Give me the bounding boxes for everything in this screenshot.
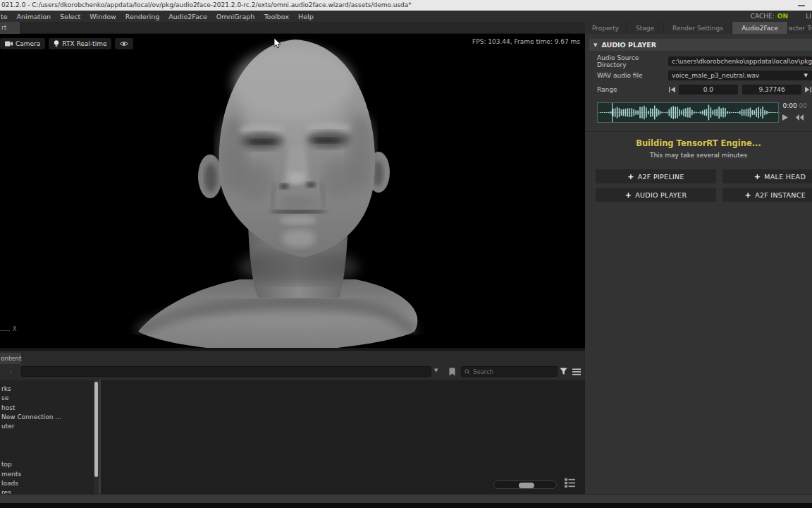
menu-item-animation[interactable]: Animation xyxy=(17,13,51,20)
tree-item-bookmarks[interactable]: rks xyxy=(0,385,94,394)
cache-label: CACHE: xyxy=(751,13,775,20)
files-pane[interactable] xyxy=(101,380,585,494)
lightbulb-icon xyxy=(54,40,59,47)
thumbnail-size-slider[interactable] xyxy=(493,480,557,489)
menu-item-rendering[interactable]: Rendering xyxy=(125,13,160,20)
tab-stage[interactable]: Stage xyxy=(627,22,663,34)
button-label: A2F INSTANCE xyxy=(755,191,806,199)
button-label: MALE HEAD xyxy=(764,173,806,181)
add-audio-player-button[interactable]: + AUDIO PLAYER xyxy=(596,188,716,202)
viewport-tab-strip: rt xyxy=(0,22,585,34)
range-start-field[interactable]: 0.0 xyxy=(679,85,738,95)
mouse-cursor xyxy=(273,38,282,49)
camera-button[interactable]: Camera xyxy=(0,38,45,49)
tab-content[interactable]: ontent xyxy=(0,353,21,364)
tab-viewport[interactable]: rt xyxy=(0,22,20,34)
tree-item-pictures[interactable]: res xyxy=(0,488,94,494)
button-label: AUDIO PLAYER xyxy=(635,191,687,199)
menu-item-omnigraph[interactable]: OmniGraph xyxy=(216,13,255,20)
address-dropdown-icon[interactable]: ▼ xyxy=(434,368,438,373)
tree-item-documents[interactable]: ments xyxy=(0,470,94,479)
menu-item-toolbox[interactable]: Toolbox xyxy=(264,13,289,20)
skip-start-icon xyxy=(669,87,675,92)
add-male-head-button[interactable]: + MALE HEAD xyxy=(722,169,812,183)
playhead-cursor[interactable] xyxy=(612,103,613,122)
axis-x-label: X xyxy=(13,326,16,332)
viewport-3d[interactable]: Camera RTX Real-time FPS: 103.44, Frame … xyxy=(0,34,585,348)
plus-icon: + xyxy=(754,172,761,181)
view-mode-button[interactable] xyxy=(565,477,575,490)
tab-audio2face[interactable]: Audio2Face xyxy=(732,22,787,34)
renderer-button[interactable]: RTX Real-time xyxy=(49,38,111,49)
source-directory-field[interactable]: c:\users\dkorobchenko\appdata\local\ov\p… xyxy=(668,56,812,66)
tab-character-transfer[interactable]: Character Transf xyxy=(788,22,812,34)
tree-scrollbar-thumb[interactable] xyxy=(94,382,98,477)
visibility-button[interactable] xyxy=(115,38,133,49)
menu-item-help[interactable]: Help xyxy=(298,13,314,20)
tab-render-settings[interactable]: Render Settings xyxy=(664,22,732,34)
tab-property[interactable]: Property xyxy=(585,22,626,34)
menu-item-create[interactable]: te xyxy=(1,13,8,20)
funnel-icon xyxy=(560,368,567,375)
source-directory-label: Audio Source Directory xyxy=(597,54,668,68)
add-a2f-pipeline-button[interactable]: + A2F PIPELINE xyxy=(596,169,716,183)
back-chevron-icon[interactable]: ‹ xyxy=(9,368,12,376)
status-title: Building TensorRT Engine... xyxy=(585,138,812,148)
options-button[interactable] xyxy=(571,366,582,377)
waveform-display[interactable] xyxy=(597,102,779,123)
wav-file-select[interactable]: voice_male_p3_neutral.wav ▼ xyxy=(668,71,812,80)
minimize-icon[interactable] xyxy=(798,5,805,6)
tree-item-downloads[interactable]: loads xyxy=(0,479,94,488)
content-tree: rks se host New Connection ... uter top … xyxy=(0,380,94,494)
search-box[interactable] xyxy=(461,366,558,377)
tree-item-new-connection[interactable]: New Connection ... xyxy=(0,413,94,422)
tree-scrollbar[interactable] xyxy=(94,380,99,494)
address-bar[interactable] xyxy=(21,366,431,377)
content-split: rks se host New Connection ... uter top … xyxy=(0,380,585,494)
right-panel: Property Stage Render Settings Audio2Fac… xyxy=(585,22,812,494)
bookmark-button[interactable] xyxy=(447,366,457,377)
skip-to-start-button[interactable] xyxy=(668,85,677,95)
content-toolbar: ‹ ▼ xyxy=(0,365,585,380)
filter-button[interactable] xyxy=(558,366,568,377)
menu-item-window[interactable]: Window xyxy=(90,13,116,20)
section-divider xyxy=(585,131,812,132)
plus-icon: + xyxy=(627,172,634,181)
range-label: Range xyxy=(597,86,668,93)
tree-item-omniverse[interactable]: se xyxy=(0,394,94,403)
search-input[interactable] xyxy=(473,368,554,375)
wizard-buttons: + A2F PIPELINE + MALE HEAD + AUDIO PLAYE… xyxy=(596,169,812,202)
tree-item-computer[interactable]: uter xyxy=(0,422,94,431)
chevron-down-icon: ▼ xyxy=(804,73,808,78)
status-subtitle: This may take several minutes xyxy=(585,152,812,159)
bookmark-icon xyxy=(449,368,455,376)
collapse-arrow-icon: ▼ xyxy=(593,42,597,48)
play-button-icon[interactable] xyxy=(782,114,788,121)
add-a2f-instance-button[interactable]: + A2F INSTANCE xyxy=(722,188,812,202)
plus-icon: + xyxy=(745,190,752,200)
menu-item-select[interactable]: Select xyxy=(60,13,80,20)
skip-to-end-button[interactable] xyxy=(804,85,812,95)
range-end-field[interactable]: 9.37746 xyxy=(742,85,801,95)
tree-item-desktop[interactable]: top xyxy=(0,460,94,469)
hamburger-icon xyxy=(572,368,581,375)
live-indicator: LI xyxy=(806,11,811,22)
app-window: 021.2.0 - C:/users/dkorobchenko/appdata/… xyxy=(0,0,812,508)
audio-player-section-header[interactable]: ▼ AUDIO PLAYER xyxy=(589,39,812,51)
skip-end-icon xyxy=(805,87,811,92)
renderer-button-label: RTX Real-time xyxy=(62,40,106,47)
slider-handle[interactable] xyxy=(519,483,534,488)
waveform-side-controls: 0:00 00 xyxy=(782,102,812,123)
viewport-toolbar: Camera RTX Real-time xyxy=(0,38,133,49)
window-title: 021.2.0 - C:/users/dkorobchenko/appdata/… xyxy=(1,1,412,8)
status-bar xyxy=(0,494,812,503)
plus-icon: + xyxy=(625,190,632,200)
grid-view-icon xyxy=(565,478,575,488)
tree-item-localhost[interactable]: host xyxy=(0,404,94,413)
menu-item-audio2face[interactable]: Audio2Face xyxy=(168,13,207,20)
rewind-button-icon[interactable] xyxy=(796,114,804,121)
button-label: A2F PIPELINE xyxy=(638,173,684,181)
menu-bar: te Animation Select Window Rendering Aud… xyxy=(0,11,812,22)
waveform-graphic xyxy=(598,103,780,122)
status-message: Building TensorRT Engine... This may tak… xyxy=(585,138,812,159)
